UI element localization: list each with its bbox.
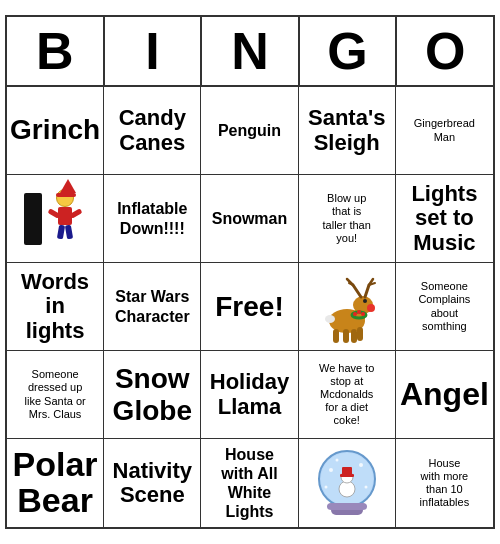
header-n: N xyxy=(202,17,300,85)
svg-rect-27 xyxy=(340,474,354,477)
cell-r1c3[interactable]: Penguin xyxy=(201,87,298,175)
cell-r3c3[interactable]: Free! xyxy=(201,263,298,351)
cell-r5c4[interactable] xyxy=(299,439,396,527)
svg-rect-34 xyxy=(327,503,367,510)
cell-text-r5c3: House with All White Lights xyxy=(221,445,277,522)
cell-r4c1[interactable]: Someone dressed up like Santa or Mrs. Cl… xyxy=(7,351,104,439)
cell-text-r4c3: Holiday Llama xyxy=(210,370,289,418)
cell-r2c2[interactable]: Inflatable Down!!!! xyxy=(104,175,201,263)
cell-r5c1[interactable]: Polar Bear xyxy=(7,439,104,527)
svg-point-4 xyxy=(363,299,367,303)
cell-text-r1c4: Santa's Sleigh xyxy=(308,106,385,154)
cell-r1c1[interactable]: Grinch xyxy=(7,87,104,175)
cell-text-r4c4: We have to stop at Mcdonalds for a diet … xyxy=(319,362,374,428)
svg-line-8 xyxy=(365,285,369,297)
cell-r2c5[interactable]: Lights set to Music xyxy=(396,175,493,263)
cell-r1c4[interactable]: Santa's Sleigh xyxy=(299,87,396,175)
cell-r1c5[interactable]: Gingerbread Man xyxy=(396,87,493,175)
svg-point-15 xyxy=(325,315,335,323)
cell-text-r4c1: Someone dressed up like Santa or Mrs. Cl… xyxy=(25,368,86,421)
free-space: Free! xyxy=(215,291,283,323)
cell-r2c4[interactable]: Blow up that is taller than you! xyxy=(299,175,396,263)
cell-r2c1[interactable] xyxy=(7,175,104,263)
cell-text-r2c3: Snowman xyxy=(212,209,288,228)
cell-r3c2[interactable]: Star Wars Character xyxy=(104,263,201,351)
snowglobe-icon xyxy=(311,445,383,521)
bingo-card: B I N G O Grinch Candy Canes Penguin San… xyxy=(5,15,495,529)
svg-rect-13 xyxy=(351,329,357,343)
svg-point-31 xyxy=(364,486,367,489)
header-i: I xyxy=(105,17,203,85)
cell-text-r2c2: Inflatable Down!!!! xyxy=(117,199,187,237)
cell-text-r4c5: Angel xyxy=(400,376,489,413)
cell-r3c5[interactable]: Someone Complains about somthing xyxy=(396,263,493,351)
svg-line-5 xyxy=(353,285,361,297)
cell-r5c2[interactable]: Nativity Scene xyxy=(104,439,201,527)
cell-text-r5c1: Polar Bear xyxy=(13,447,98,518)
cell-text-r3c2: Star Wars Character xyxy=(115,287,190,325)
header-o: O xyxy=(397,17,493,85)
cell-text-r1c5: Gingerbread Man xyxy=(414,117,475,143)
svg-point-17 xyxy=(357,310,361,314)
cell-text-r4c2: Snow Globe xyxy=(113,363,192,427)
cell-text-r2c5: Lights set to Music xyxy=(411,182,477,255)
svg-point-3 xyxy=(367,304,375,312)
cell-text-r2c4: Blow up that is taller than you! xyxy=(323,192,371,245)
svg-point-30 xyxy=(324,486,327,489)
svg-rect-26 xyxy=(342,467,352,475)
cell-r5c5[interactable]: House with more than 10 inflatables xyxy=(396,439,493,527)
svg-rect-11 xyxy=(333,329,339,343)
cell-r4c3[interactable]: Holiday Llama xyxy=(201,351,298,439)
cell-r4c2[interactable]: Snow Globe xyxy=(104,351,201,439)
cell-text-r5c2: Nativity Scene xyxy=(113,459,192,507)
svg-point-32 xyxy=(335,459,338,462)
svg-point-18 xyxy=(361,312,365,316)
cell-r1c2[interactable]: Candy Canes xyxy=(104,87,201,175)
svg-rect-14 xyxy=(357,327,363,341)
svg-point-29 xyxy=(359,463,363,467)
grinch-image xyxy=(11,179,99,258)
bingo-grid: Grinch Candy Canes Penguin Santa's Sleig… xyxy=(7,87,493,527)
svg-point-19 xyxy=(353,312,357,316)
cell-r3c4[interactable] xyxy=(299,263,396,351)
reindeer-icon xyxy=(313,271,381,343)
svg-point-28 xyxy=(329,468,333,472)
bingo-header: B I N G O xyxy=(7,17,493,87)
cell-text-r1c3: Penguin xyxy=(218,121,281,140)
cell-r5c3[interactable]: House with All White Lights xyxy=(201,439,298,527)
cell-r4c5[interactable]: Angel xyxy=(396,351,493,439)
cell-r3c1[interactable]: Words in lights xyxy=(7,263,104,351)
cell-r4c4[interactable]: We have to stop at Mcdonalds for a diet … xyxy=(299,351,396,439)
cell-r2c3[interactable]: Snowman xyxy=(201,175,298,263)
cell-text-r1c1: Grinch xyxy=(10,115,100,146)
cell-text-r3c5: Someone Complains about somthing xyxy=(418,280,470,333)
cell-text-r5c5: House with more than 10 inflatables xyxy=(420,457,470,510)
header-b: B xyxy=(7,17,105,85)
cell-text-r3c1: Words in lights xyxy=(21,270,89,343)
cell-text-r1c2: Candy Canes xyxy=(119,106,186,154)
svg-rect-12 xyxy=(343,329,349,343)
header-g: G xyxy=(300,17,398,85)
